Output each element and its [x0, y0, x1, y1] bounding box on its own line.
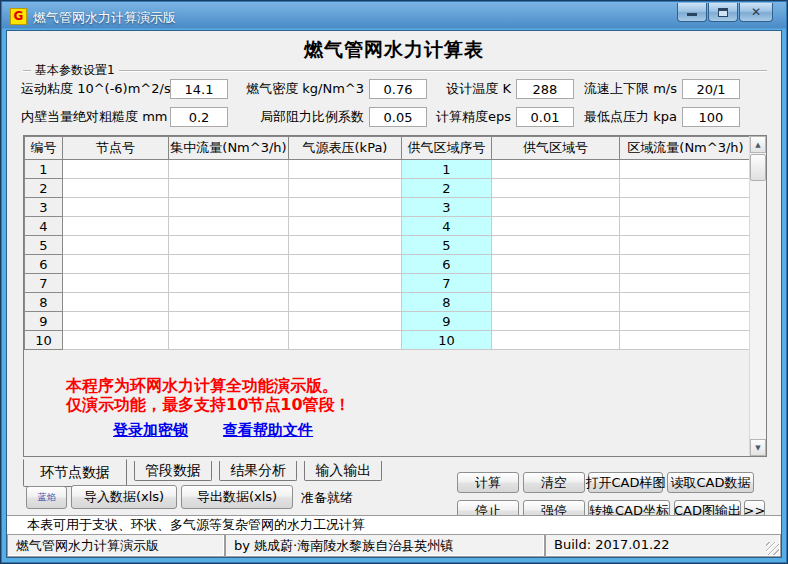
clear-button[interactable]: 清空	[523, 472, 585, 493]
cell-region-no[interactable]	[492, 312, 620, 331]
cell-node[interactable]	[63, 255, 169, 274]
cell-region-flow[interactable]	[620, 179, 752, 198]
cell-region-flow[interactable]	[620, 293, 752, 312]
cell-source-pressure[interactable]	[289, 160, 402, 179]
titlebar[interactable]: G 燃气管网水力计算演示版 ✕	[2, 2, 786, 30]
cell-source-pressure[interactable]	[289, 331, 402, 350]
cell-region-flow[interactable]	[620, 160, 752, 179]
window-controls: ✕	[676, 3, 773, 22]
cell-flow[interactable]	[169, 293, 289, 312]
brand-button[interactable]: 蓝焰	[26, 486, 67, 509]
login-dongle-link[interactable]: 登录加密锁	[113, 421, 188, 440]
demo-links: 登录加密锁 查看帮助文件	[25, 420, 751, 440]
cell-node[interactable]	[63, 274, 169, 293]
kinematic-viscosity-label: 运动粘度 10^(-6)m^2/s	[21, 80, 165, 98]
scroll-down-button[interactable]: ▼	[750, 439, 766, 456]
cell-flow[interactable]	[169, 217, 289, 236]
cell-region-flow[interactable]	[620, 331, 752, 350]
cell-region-seq[interactable]: 4	[402, 217, 492, 236]
calculate-button[interactable]: 计算	[457, 472, 519, 493]
row-number: 7	[25, 274, 63, 293]
cell-region-no[interactable]	[492, 198, 620, 217]
cell-source-pressure[interactable]	[289, 198, 402, 217]
export-xls-button[interactable]: 导出数据(xls)	[181, 485, 293, 509]
cell-region-seq[interactable]: 5	[402, 236, 492, 255]
view-help-link[interactable]: 查看帮助文件	[223, 421, 313, 440]
cell-region-no[interactable]	[492, 236, 620, 255]
cell-region-no[interactable]	[492, 331, 620, 350]
cell-node[interactable]	[63, 179, 169, 198]
design-temperature-input[interactable]	[516, 79, 574, 99]
cell-node[interactable]	[63, 160, 169, 179]
maximize-button[interactable]	[708, 3, 738, 22]
cell-flow[interactable]	[169, 312, 289, 331]
min-pressure-input[interactable]	[682, 107, 740, 127]
cell-flow[interactable]	[169, 255, 289, 274]
import-xls-button[interactable]: 导入数据(xls)	[71, 485, 177, 509]
cell-node[interactable]	[63, 217, 169, 236]
cell-region-flow[interactable]	[620, 312, 752, 331]
cell-node[interactable]	[63, 236, 169, 255]
gas-density-input[interactable]	[369, 79, 427, 99]
cell-region-flow[interactable]	[620, 274, 752, 293]
cell-source-pressure[interactable]	[289, 312, 402, 331]
tab-input-output[interactable]: 输入输出	[304, 461, 382, 481]
cell-source-pressure[interactable]	[289, 255, 402, 274]
cell-source-pressure[interactable]	[289, 179, 402, 198]
cell-region-seq[interactable]: 3	[402, 198, 492, 217]
cell-flow[interactable]	[169, 236, 289, 255]
resize-grip-icon[interactable]	[766, 542, 779, 555]
read-cad-data-button[interactable]: 读取CAD数据	[667, 472, 754, 493]
cell-source-pressure[interactable]	[289, 236, 402, 255]
cell-node[interactable]	[63, 312, 169, 331]
scroll-down-icon: ▼	[755, 444, 760, 452]
tab-ring-node-data[interactable]: 环节点数据	[23, 459, 127, 487]
cell-region-no[interactable]	[492, 255, 620, 274]
cell-region-seq[interactable]: 8	[402, 293, 492, 312]
table-row: 3 3	[25, 198, 752, 217]
gas-density-label: 燃气密度 kg/Nm^3	[238, 80, 364, 98]
cell-flow[interactable]	[169, 331, 289, 350]
cell-region-seq[interactable]: 7	[402, 274, 492, 293]
close-button[interactable]: ✕	[739, 3, 773, 22]
velocity-limit-label: 流速上下限 m/s	[584, 80, 677, 98]
app-icon-letter: G	[14, 9, 24, 23]
cell-source-pressure[interactable]	[289, 217, 402, 236]
cell-region-no[interactable]	[492, 179, 620, 198]
cell-region-no[interactable]	[492, 160, 620, 179]
cell-region-flow[interactable]	[620, 255, 752, 274]
cell-flow[interactable]	[169, 179, 289, 198]
tab-pipe-segment-data[interactable]: 管段数据	[134, 461, 212, 481]
cell-region-no[interactable]	[492, 293, 620, 312]
cell-region-no[interactable]	[492, 217, 620, 236]
cell-region-seq[interactable]: 10	[402, 331, 492, 350]
cell-source-pressure[interactable]	[289, 293, 402, 312]
cell-flow[interactable]	[169, 160, 289, 179]
scrollbar-thumb[interactable]	[750, 154, 766, 181]
cell-node[interactable]	[63, 198, 169, 217]
cell-flow[interactable]	[169, 274, 289, 293]
velocity-limit-input[interactable]	[682, 79, 740, 99]
statusbar-author: by 姚成蔚·海南陵水黎族自治县英州镇	[225, 534, 545, 557]
tab-result-analysis[interactable]: 结果分析	[219, 461, 297, 481]
cell-node[interactable]	[63, 331, 169, 350]
cell-region-flow[interactable]	[620, 198, 752, 217]
cell-region-no[interactable]	[492, 274, 620, 293]
cell-region-seq[interactable]: 9	[402, 312, 492, 331]
cell-region-flow[interactable]	[620, 236, 752, 255]
cell-region-seq[interactable]: 2	[402, 179, 492, 198]
precision-eps-input[interactable]	[516, 107, 574, 127]
kinematic-viscosity-input[interactable]	[170, 79, 228, 99]
wall-roughness-input[interactable]	[170, 107, 228, 127]
cell-flow[interactable]	[169, 198, 289, 217]
minimize-button[interactable]	[677, 3, 707, 22]
cell-region-flow[interactable]	[620, 217, 752, 236]
cell-region-seq[interactable]: 1	[402, 160, 492, 179]
cell-source-pressure[interactable]	[289, 274, 402, 293]
open-cad-sample-button[interactable]: 打开CAD样图	[588, 472, 663, 493]
local-resistance-input[interactable]	[369, 107, 427, 127]
vertical-scrollbar[interactable]: ▲ ▼	[749, 136, 766, 456]
scroll-up-button[interactable]: ▲	[750, 136, 766, 153]
cell-region-seq[interactable]: 6	[402, 255, 492, 274]
cell-node[interactable]	[63, 293, 169, 312]
